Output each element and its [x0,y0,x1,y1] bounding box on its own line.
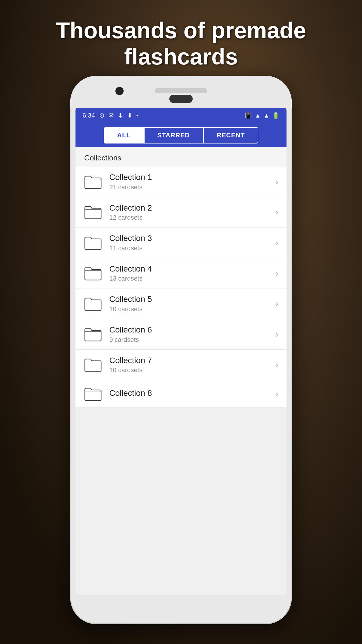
collection-count: 11 cardsets [109,244,273,252]
collection-name: Collection 8 [109,388,273,398]
phone-camera [115,87,124,95]
list-item[interactable]: Collection 8 › [75,380,287,408]
collection-info: Collection 4 13 cardsets [109,264,273,283]
phone-shell: 6:34 ⊙ ✉ ⬇ ⬇ • 📳 ▲ ▲ 🔋 ALL STARRED RECEN… [70,76,292,624]
collection-name: Collection 7 [109,356,273,365]
collection-name: Collection 3 [109,233,273,243]
collection-info: Collection 5 10 cardsets [109,294,273,313]
notification-icon-3: ⬇ [118,112,123,119]
arrow-icon: › [275,207,278,217]
phone-speaker [155,88,207,93]
collection-info: Collection 7 10 cardsets [109,356,273,374]
battery-icon: 🔋 [272,112,280,119]
collection-count: 13 cardsets [109,275,273,282]
collection-count: 10 cardsets [109,366,273,374]
hero-line1: Thousands of premade [56,18,306,43]
collection-name: Collection 6 [109,325,273,335]
arrow-icon: › [275,299,278,309]
collection-info: Collection 2 12 cardsets [109,203,273,222]
folder-icon [84,174,102,190]
collection-name: Collection 5 [109,294,273,304]
notification-icon-2: ✉ [108,112,114,119]
notification-icon-4: ⬇ [127,112,132,119]
section-header: Collections [75,147,287,167]
tab-starred[interactable]: STARRED [144,127,203,144]
folder-icon [84,235,102,251]
collection-count: 10 cardsets [109,305,273,313]
collection-name: Collection 4 [109,264,273,274]
arrow-icon: › [275,238,278,248]
status-right: 📳 ▲ ▲ 🔋 [245,112,280,119]
collection-count: 21 cardsets [109,183,273,191]
signal-icon: ▲ [263,112,269,119]
arrow-icon: › [275,389,278,399]
folder-icon [84,357,102,372]
folder-icon [84,204,102,220]
collections-area: Collections Collection 1 21 cardsets › [75,147,287,408]
collection-name: Collection 1 [109,172,273,182]
hero-text: Thousands of premade flashcards [0,18,362,70]
arrow-icon: › [275,360,278,370]
collection-count: 12 cardsets [109,214,273,221]
collection-info: Collection 8 [109,388,273,399]
phone-home-indicator [169,95,193,103]
tab-all[interactable]: ALL [104,127,144,144]
vibrate-icon: 📳 [245,112,252,119]
arrow-icon: › [275,329,278,339]
list-item[interactable]: Collection 1 21 cardsets › [75,167,287,197]
tabs-bar: ALL STARRED RECENT [75,124,287,147]
tab-recent[interactable]: RECENT [203,127,258,144]
status-bar: 6:34 ⊙ ✉ ⬇ ⬇ • 📳 ▲ ▲ 🔋 [75,107,287,124]
collection-name: Collection 2 [109,203,273,213]
collection-info: Collection 1 21 cardsets [109,172,273,191]
list-item[interactable]: Collection 6 9 cardsets › [75,319,287,350]
folder-icon [84,296,102,312]
arrow-icon: › [275,268,278,278]
folder-icon [84,386,102,402]
status-time: 6:34 [82,112,95,119]
list-item[interactable]: Collection 5 10 cardsets › [75,288,287,319]
arrow-icon: › [275,177,278,187]
collection-count: 9 cardsets [109,336,273,344]
folder-icon [84,265,102,281]
phone-screen: 6:34 ⊙ ✉ ⬇ ⬇ • 📳 ▲ ▲ 🔋 ALL STARRED RECEN… [75,107,287,595]
list-item[interactable]: Collection 2 12 cardsets › [75,197,287,228]
collection-info: Collection 3 11 cardsets [109,233,273,252]
list-item[interactable]: Collection 3 11 cardsets › [75,228,287,258]
folder-icon [84,326,102,342]
hero-line2: flashcards [124,44,238,69]
collection-info: Collection 6 9 cardsets [109,325,273,344]
notification-dot: • [136,112,139,119]
list-item[interactable]: Collection 4 13 cardsets › [75,258,287,289]
wifi-icon: ▲ [255,112,261,119]
notification-icon-1: ⊙ [99,112,104,119]
list-item[interactable]: Collection 7 10 cardsets › [75,350,287,380]
phone-top-bezel [70,76,292,108]
status-left: 6:34 ⊙ ✉ ⬇ ⬇ • [82,112,139,119]
